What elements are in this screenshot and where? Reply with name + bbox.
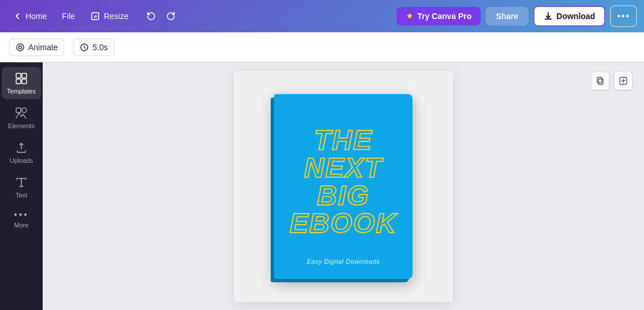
share-button[interactable]: Share (485, 7, 529, 25)
resize-label: Resize (104, 12, 129, 21)
share-label: Share (496, 12, 518, 21)
book-title-area: THE NEXTBIGEBOOK (283, 106, 403, 258)
book-title-text: THE NEXTBIGEBOOK (283, 126, 403, 237)
sidebar-item-templates[interactable]: Templates (2, 67, 41, 99)
sidebar-item-text[interactable]: Text (2, 171, 41, 203)
canvas-area: THE NEXTBIGEBOOK Easy Digital Downloads (43, 62, 644, 310)
animate-button[interactable]: Animate (9, 39, 64, 56)
svg-rect-10 (598, 79, 603, 84)
svg-rect-6 (16, 79, 21, 84)
templates-label: Templates (7, 88, 36, 95)
uploads-label: Uploads (10, 157, 33, 164)
more-options-icon: ••• (617, 11, 630, 21)
text-label: Text (16, 192, 27, 199)
sidebar-item-more[interactable]: ••• More (2, 206, 41, 233)
more-label: More (14, 222, 28, 229)
more-options-button[interactable]: ••• (610, 5, 637, 27)
resize-button[interactable]: Resize (84, 8, 136, 24)
duration-button[interactable]: 5.0s (73, 39, 114, 56)
svg-point-2 (19, 46, 22, 48)
download-button[interactable]: Download (533, 6, 605, 27)
redo-button[interactable] (162, 8, 179, 25)
undo-button[interactable] (143, 8, 160, 25)
uploads-icon (14, 141, 28, 155)
templates-icon (14, 72, 28, 85)
add-page-button[interactable] (614, 72, 632, 90)
text-icon (14, 175, 28, 189)
file-label: File (62, 12, 75, 21)
animate-label: Animate (28, 43, 58, 52)
elements-icon (14, 106, 28, 120)
sidebar-item-uploads[interactable]: Uploads (2, 136, 41, 169)
book-design: THE NEXTBIGEBOOK Easy Digital Downloads (274, 94, 413, 279)
file-button[interactable]: File (55, 8, 82, 24)
book-subtitle: Easy Digital Downloads (307, 258, 380, 265)
copy-page-button[interactable] (591, 72, 609, 90)
sidebar: Templates Elements Uploads (0, 62, 43, 310)
duration-label: 5.0s (92, 43, 107, 52)
sidebar-item-elements[interactable]: Elements (2, 102, 41, 134)
try-canva-label: Try Canva Pro (417, 12, 471, 21)
svg-rect-4 (16, 73, 21, 78)
toolbar: Animate 5.0s (0, 32, 644, 62)
canvas-controls (591, 72, 632, 90)
try-canva-button[interactable]: Try Canva Pro (396, 7, 481, 25)
elements-label: Elements (8, 122, 35, 129)
back-button[interactable]: Home (7, 8, 53, 24)
download-label: Download (556, 12, 595, 21)
header: Home File Resize (0, 0, 644, 32)
more-icon: ••• (14, 210, 29, 219)
book-container: THE NEXTBIGEBOOK Easy Digital Downloads (234, 71, 453, 302)
svg-rect-8 (16, 108, 21, 113)
header-right: Try Canva Pro Share Download ••• (396, 5, 637, 27)
svg-point-9 (22, 108, 27, 113)
header-left: Home File Resize (7, 8, 392, 25)
svg-point-1 (17, 44, 24, 51)
svg-rect-7 (22, 79, 27, 84)
svg-rect-5 (22, 73, 27, 78)
home-label: Home (25, 12, 47, 21)
undo-redo-group (143, 8, 179, 25)
main: Templates Elements Uploads (0, 62, 644, 310)
svg-rect-11 (597, 77, 602, 83)
